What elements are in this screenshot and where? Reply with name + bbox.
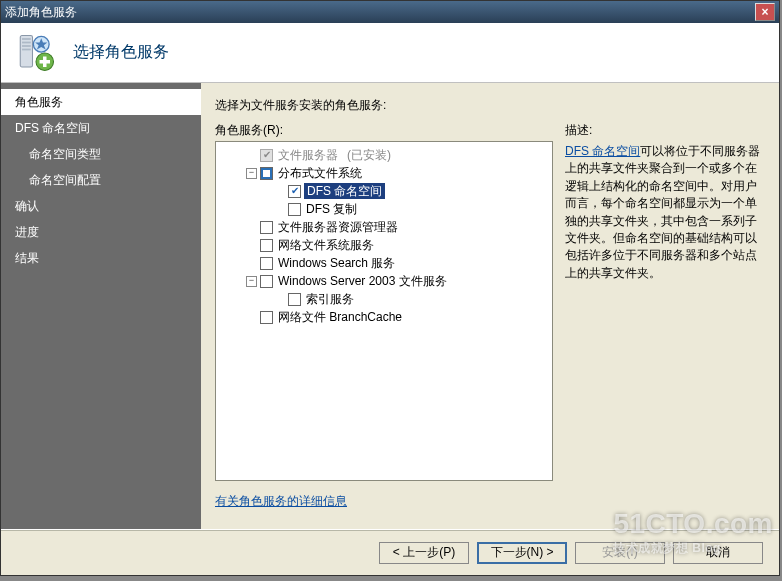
- svg-rect-8: [40, 60, 51, 64]
- tree-checkbox[interactable]: [288, 185, 301, 198]
- tree-node[interactable]: 文件服务器(已安装): [218, 146, 550, 164]
- window-title: 添加角色服务: [5, 4, 77, 21]
- tree-label: 角色服务(R):: [215, 122, 553, 139]
- sidebar-step-6[interactable]: 结果: [1, 245, 201, 271]
- sidebar-step-3[interactable]: 命名空间配置: [1, 167, 201, 193]
- tree-checkbox[interactable]: [260, 275, 273, 288]
- description-text: DFS 命名空间可以将位于不同服务器上的共享文件夹聚合到一个或多个在逻辑上结构化…: [565, 143, 765, 282]
- tree-checkbox[interactable]: [288, 203, 301, 216]
- tree-node[interactable]: 文件服务器资源管理器: [218, 218, 550, 236]
- sidebar-step-5[interactable]: 进度: [1, 219, 201, 245]
- titlebar: 添加角色服务 ×: [1, 1, 779, 23]
- role-services-tree[interactable]: 文件服务器(已安装)−分布式文件系统DFS 命名空间DFS 复制文件服务器资源管…: [215, 141, 553, 481]
- tree-checkbox[interactable]: [260, 167, 273, 180]
- server-role-icon: [15, 32, 57, 74]
- sidebar-step-1[interactable]: DFS 命名空间: [1, 115, 201, 141]
- tree-checkbox[interactable]: [288, 293, 301, 306]
- page-title: 选择角色服务: [73, 42, 169, 63]
- installed-suffix: (已安装): [347, 147, 391, 163]
- tree-checkbox[interactable]: [260, 257, 273, 270]
- next-button[interactable]: 下一步(N) >: [477, 542, 567, 564]
- tree-node-label[interactable]: Windows Search 服务: [276, 255, 397, 271]
- install-button: 安装(I): [575, 542, 665, 564]
- wizard-body: 角色服务DFS 命名空间命名空间类型命名空间配置确认进度结果 选择为文件服务安装…: [1, 83, 779, 529]
- tree-expander-icon[interactable]: −: [246, 276, 257, 287]
- tree-node[interactable]: 网络文件系统服务: [218, 236, 550, 254]
- tree-node[interactable]: −Windows Server 2003 文件服务: [218, 272, 550, 290]
- svg-rect-1: [22, 38, 31, 40]
- prompt-text: 选择为文件服务安装的角色服务:: [215, 97, 765, 114]
- sidebar-step-4[interactable]: 确认: [1, 193, 201, 219]
- wizard-footer: < 上一步(P) 下一步(N) > 安装(I) 取消: [1, 529, 779, 575]
- svg-rect-2: [22, 41, 31, 43]
- tree-expander-icon[interactable]: −: [246, 168, 257, 179]
- tree-node-label[interactable]: DFS 复制: [304, 201, 359, 217]
- tree-node[interactable]: 网络文件 BranchCache: [218, 308, 550, 326]
- tree-node[interactable]: DFS 复制: [218, 200, 550, 218]
- tree-node[interactable]: 索引服务: [218, 290, 550, 308]
- svg-rect-4: [22, 48, 31, 50]
- tree-node[interactable]: Windows Search 服务: [218, 254, 550, 272]
- prev-button[interactable]: < 上一步(P): [379, 542, 469, 564]
- tree-node[interactable]: DFS 命名空间: [218, 182, 550, 200]
- tree-node-label[interactable]: DFS 命名空间: [304, 183, 385, 199]
- sidebar-step-0[interactable]: 角色服务: [1, 89, 201, 115]
- description-body: 可以将位于不同服务器上的共享文件夹聚合到一个或多个在逻辑上结构化的命名空间中。对…: [565, 144, 760, 280]
- tree-node-label[interactable]: 网络文件系统服务: [276, 237, 376, 253]
- tree-node-label[interactable]: 网络文件 BranchCache: [276, 309, 404, 325]
- tree-node-label[interactable]: 文件服务器: [276, 147, 340, 163]
- tree-node-label[interactable]: 分布式文件系统: [276, 165, 364, 181]
- sidebar-step-2[interactable]: 命名空间类型: [1, 141, 201, 167]
- wizard-header: 选择角色服务: [1, 23, 779, 83]
- description-heading: 描述:: [565, 122, 765, 139]
- main-panel: 选择为文件服务安装的角色服务: 角色服务(R): 文件服务器(已安装)−分布式文…: [201, 83, 779, 529]
- close-button[interactable]: ×: [755, 3, 775, 21]
- tree-checkbox[interactable]: [260, 239, 273, 252]
- add-role-wizard-window: 添加角色服务 × 选择角色服务 角色服务DFS 命名空间命名空间类型命名空间配置…: [0, 0, 780, 576]
- cancel-button[interactable]: 取消: [673, 542, 763, 564]
- tree-node-label[interactable]: 文件服务器资源管理器: [276, 219, 400, 235]
- tree-checkbox[interactable]: [260, 221, 273, 234]
- more-info-link[interactable]: 有关角色服务的详细信息: [215, 493, 553, 510]
- description-link[interactable]: DFS 命名空间: [565, 144, 640, 158]
- svg-rect-0: [20, 35, 32, 67]
- tree-checkbox[interactable]: [260, 311, 273, 324]
- tree-node-label[interactable]: 索引服务: [304, 291, 356, 307]
- wizard-steps-sidebar: 角色服务DFS 命名空间命名空间类型命名空间配置确认进度结果: [1, 83, 201, 529]
- description-panel: 描述: DFS 命名空间可以将位于不同服务器上的共享文件夹聚合到一个或多个在逻辑…: [565, 122, 765, 523]
- tree-node-label[interactable]: Windows Server 2003 文件服务: [276, 273, 449, 289]
- svg-rect-3: [22, 45, 31, 47]
- tree-checkbox: [260, 149, 273, 162]
- tree-node[interactable]: −分布式文件系统: [218, 164, 550, 182]
